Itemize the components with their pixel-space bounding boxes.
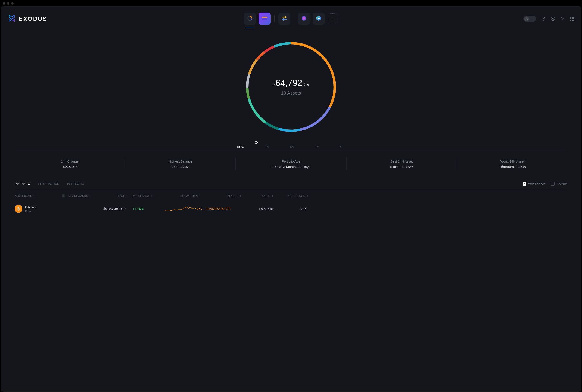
asset-table-section: OVERVIEWPRICE ACTIONPORTFOLIO ✓ With bal…	[14, 182, 568, 216]
cell-price: $9,364.48 USD	[96, 207, 132, 211]
tab-price-action[interactable]: PRICE ACTION	[38, 182, 59, 186]
portfolio-donut-chart[interactable]: $ 64,792 .59 10 Assets	[242, 38, 340, 136]
svg-rect-2	[262, 17, 267, 18]
plus-icon: +	[332, 16, 334, 22]
col-balance[interactable]: BALANCE▲▼	[206, 194, 246, 198]
asset-coin-icon: ₿	[14, 205, 22, 213]
asset-cell: ₿BitcoinBTC	[14, 205, 61, 213]
timeframe-1m[interactable]: 1M	[265, 145, 269, 149]
col-trend[interactable]: 30 DAY TREND	[165, 194, 206, 198]
filter-favorite-checkbox[interactable]: Favorite	[551, 182, 568, 186]
donut-ring-icon	[247, 15, 253, 22]
svg-rect-7	[570, 17, 571, 18]
cell-balance: 0.60205315 BTC	[206, 207, 246, 211]
settings-icon[interactable]	[560, 16, 565, 21]
nav-wallet-button[interactable]	[258, 13, 271, 25]
logo[interactable]: EXODUS	[8, 14, 48, 23]
table-tabs-row: OVERVIEWPRICE ACTIONPORTFOLIO ✓ With bal…	[14, 182, 568, 190]
svg-point-5	[552, 18, 554, 20]
stats-row: 24h Change +$2,930.03 Highest Balance $4…	[14, 158, 568, 170]
wallet-icon	[262, 16, 268, 22]
stat-portfolio-age: Portfolio Age 2 Year, 3 Month, 30 Days	[236, 158, 346, 170]
sort-icon: ▲▼	[151, 195, 153, 197]
sort-icon: ▲▼	[126, 195, 128, 197]
sort-icon: ▲▼	[306, 195, 308, 197]
header-right	[524, 16, 574, 22]
timeframe-selector: NOW1M6M1YALL	[14, 141, 568, 151]
assets-count-label: 10 Assets	[281, 90, 301, 96]
nav-portfolio-button[interactable]	[244, 13, 256, 25]
lock-toggle[interactable]	[524, 16, 536, 22]
svg-point-3	[302, 16, 306, 20]
table-row[interactable]: ₿BitcoinBTC$9,364.48 USD+7.14%0.60205315…	[14, 202, 568, 216]
col-asset-name[interactable]: ASSET NAME▲▼	[14, 194, 61, 198]
timeframe-now[interactable]: NOW	[237, 145, 244, 149]
svg-rect-13	[570, 20, 571, 20]
nav-shop-button[interactable]	[298, 13, 310, 25]
col-apy[interactable]: ? APY REWARDS▲▼	[61, 194, 96, 198]
cell-value: $5,637.91	[246, 207, 278, 211]
tab-overview[interactable]: OVERVIEW	[14, 182, 30, 186]
donut-center: $ 64,792 .59 10 Assets	[242, 38, 340, 136]
svg-rect-12	[573, 18, 574, 19]
swap-arrows-icon	[281, 16, 287, 22]
table-header-row: ASSET NAME▲▼ ? APY REWARDS▲▼ PRICE▲▼ 24H…	[14, 190, 568, 202]
checkbox-checked-icon: ✓	[522, 182, 526, 186]
support-icon[interactable]	[551, 16, 556, 21]
stat-24h-change: 24h Change +$2,930.03	[14, 158, 125, 170]
balance-whole: 64,792	[276, 78, 302, 88]
col-value[interactable]: VALUE▲▼	[246, 194, 278, 198]
timeframe-all[interactable]: ALL	[340, 145, 345, 149]
filter-with-balance-checkbox[interactable]: ✓ With balance	[522, 182, 546, 186]
col-price[interactable]: PRICE▲▼	[96, 194, 132, 198]
nav-separator	[294, 16, 294, 22]
timeline-marker-icon	[255, 141, 258, 144]
header: EXODUS +	[1, 6, 581, 27]
stat-best-asset: Best 24H Asset Bitcoin +2.89%	[346, 158, 457, 170]
help-icon[interactable]: ?	[62, 194, 65, 198]
svg-rect-11	[572, 18, 573, 19]
history-icon[interactable]	[541, 16, 546, 21]
timeframe-1y[interactable]: 1Y	[315, 145, 319, 149]
sort-icon: ▲▼	[89, 195, 91, 197]
traffic-min-icon[interactable]	[7, 2, 10, 5]
hexagon-plus-icon	[316, 15, 322, 22]
nav-add-button[interactable]: +	[328, 14, 338, 24]
nav-bar: +	[244, 13, 338, 25]
cell-portfolio-pct: 33%	[278, 207, 308, 211]
logo-text: EXODUS	[19, 16, 48, 22]
traffic-close-icon[interactable]	[3, 2, 5, 5]
app-frame: EXODUS +	[1, 6, 581, 392]
asset-symbol: BTC	[25, 209, 36, 212]
stat-worst-asset: Worst 24H Asset Ethereum -1,25%	[457, 158, 568, 170]
sort-icon: ▲▼	[240, 195, 241, 197]
exodus-logo-icon	[8, 14, 16, 23]
checkbox-unchecked-icon	[551, 182, 555, 186]
col-change[interactable]: 24H CHANGE▲▼	[132, 194, 165, 198]
svg-point-6	[562, 18, 564, 20]
cell-change: +7.14%	[132, 207, 165, 211]
portfolio-balance: $ 64,792 .59	[272, 78, 309, 88]
sparkline-chart	[165, 205, 206, 212]
balance-decimals: .59	[302, 82, 310, 88]
svg-rect-14	[572, 20, 573, 20]
traffic-max-icon[interactable]	[11, 2, 14, 5]
stat-highest-balance: Highest Balance $47,839.82	[125, 158, 236, 170]
lock-icon	[524, 16, 529, 21]
profile-color-icon	[301, 16, 307, 22]
main: $ 64,792 .59 10 Assets NOW1M6M1YALL 24h …	[1, 27, 581, 216]
timeframe-6m[interactable]: 6M	[290, 145, 294, 149]
svg-rect-9	[573, 17, 574, 18]
tab-portfolio[interactable]: PORTFOLIO	[67, 182, 84, 186]
svg-rect-10	[570, 18, 571, 19]
col-pct[interactable]: PORTFOLIO %▲▼	[278, 194, 308, 198]
sort-icon: ▲▼	[272, 195, 274, 197]
svg-rect-15	[573, 20, 574, 20]
portfolio-donut-wrap: $ 64,792 .59 10 Assets	[14, 38, 568, 136]
nav-exchange-button[interactable]	[278, 13, 290, 25]
svg-rect-8	[572, 17, 573, 18]
table-filters: ✓ With balance Favorite	[522, 182, 568, 186]
window-titlebar	[0, 0, 582, 6]
nav-apps-button[interactable]	[313, 13, 325, 25]
grid-icon[interactable]	[570, 17, 574, 21]
